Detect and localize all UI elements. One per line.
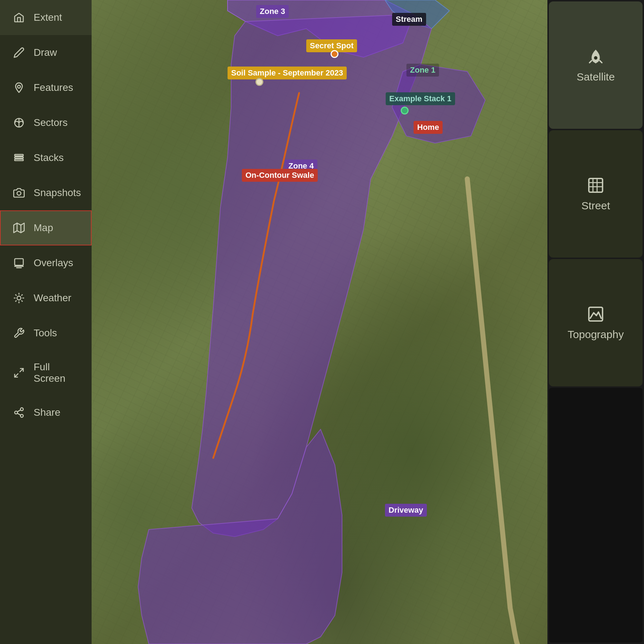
sidebar-item-overlays[interactable]: Overlays: [0, 245, 92, 280]
sidebar-item-snapshots[interactable]: Snapshots: [0, 175, 92, 210]
sidebar-item-sectors[interactable]: Sectors: [0, 105, 92, 140]
svg-line-17: [22, 301, 23, 302]
svg-point-11: [17, 296, 21, 300]
map-icon: [12, 221, 26, 235]
svg-line-16: [16, 295, 16, 296]
svg-rect-4: [15, 157, 23, 158]
svg-point-0: [18, 85, 20, 88]
camera-icon: [12, 186, 26, 200]
sidebar-label-map: Map: [34, 222, 53, 234]
svg-line-18: [16, 301, 16, 302]
svg-rect-10: [15, 259, 23, 265]
svg-rect-3: [15, 159, 23, 161]
svg-line-19: [22, 295, 23, 296]
sidebar-label-extent: Extent: [34, 12, 62, 23]
svg-rect-5: [15, 155, 23, 156]
sidebar-item-map[interactable]: Map: [0, 210, 92, 245]
sidebar-label-stacks: Stacks: [34, 152, 64, 164]
tile-satellite[interactable]: Satellite: [549, 1, 643, 129]
tile-street-label: Street: [581, 200, 610, 212]
sidebar-item-tools[interactable]: Tools: [0, 316, 92, 351]
sidebar-item-extent[interactable]: Extent: [0, 0, 92, 35]
tile-topography-label: Topography: [568, 328, 624, 341]
sectors-icon: [12, 116, 26, 130]
right-panel-empty: [549, 388, 643, 643]
sidebar-label-fullscreen: Full Screen: [34, 361, 79, 384]
svg-point-32: [594, 56, 597, 60]
tile-satellite-label: Satellite: [577, 71, 615, 83]
home-icon: [12, 11, 26, 24]
svg-rect-33: [589, 179, 602, 192]
sidebar-label-draw: Draw: [34, 47, 57, 58]
sidebar-item-weather[interactable]: Weather: [0, 280, 92, 316]
pin-icon: [12, 81, 26, 94]
svg-line-20: [20, 369, 23, 372]
sidebar-label-share: Share: [34, 407, 60, 418]
sidebar-item-draw[interactable]: Draw: [0, 35, 92, 70]
right-panel: Satellite Street Topography: [547, 0, 644, 644]
mountain-icon: [586, 305, 605, 323]
sidebar-label-tools: Tools: [34, 327, 57, 339]
sidebar-item-fullscreen[interactable]: Full Screen: [0, 351, 92, 395]
share-icon: [12, 406, 26, 419]
svg-marker-7: [14, 223, 24, 233]
sidebar-label-sectors: Sectors: [34, 117, 68, 128]
stacks-icon: [12, 151, 26, 165]
sidebar-label-snapshots: Snapshots: [34, 187, 81, 199]
svg-marker-30: [392, 64, 485, 143]
draw-icon: [12, 46, 26, 59]
tile-topography[interactable]: Topography: [549, 259, 643, 386]
zones-svg: [92, 0, 547, 644]
sidebar-label-features: Features: [34, 82, 73, 93]
rocket-icon: [586, 47, 605, 66]
sidebar-item-share[interactable]: Share: [0, 395, 92, 430]
svg-line-25: [17, 413, 20, 415]
svg-line-21: [15, 374, 18, 377]
map-view[interactable]: Zone 3 Stream Secret Spot Soil Sample - …: [92, 0, 547, 644]
weather-icon: [12, 291, 26, 305]
svg-line-26: [17, 410, 20, 412]
sidebar-label-overlays: Overlays: [34, 257, 73, 269]
svg-point-6: [17, 191, 21, 195]
tile-street[interactable]: Street: [549, 130, 643, 258]
sidebar-item-features[interactable]: Features: [0, 70, 92, 105]
map-grid-icon: [586, 176, 605, 195]
fullscreen-icon: [12, 366, 26, 380]
overlays-icon: [12, 256, 26, 270]
sidebar-label-weather: Weather: [34, 292, 71, 304]
sidebar-item-stacks[interactable]: Stacks: [0, 140, 92, 175]
sidebar: Extent Draw Features Sectors: [0, 0, 92, 644]
tools-icon: [12, 326, 26, 340]
